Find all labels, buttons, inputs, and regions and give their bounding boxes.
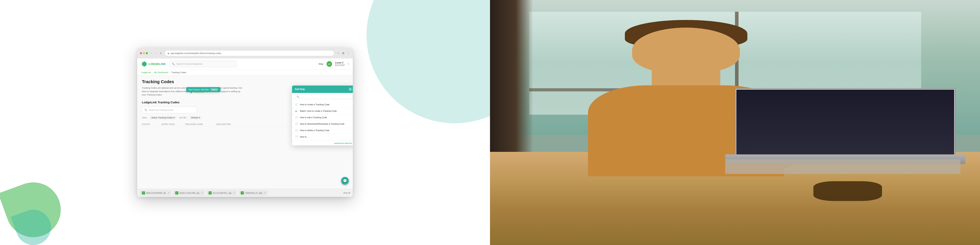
- self-help-brand: Intercom: [345, 142, 352, 144]
- maximize-dot[interactable]: [146, 52, 148, 54]
- extension-icon[interactable]: ⊞: [341, 51, 345, 55]
- download-item[interactable]: J stream-1-ruare-millo...jpg ✕: [173, 190, 205, 196]
- download-item[interactable]: J AdobeStock_22...jpeg ✕: [239, 190, 268, 196]
- download-close-icon[interactable]: ✕: [233, 192, 235, 194]
- breadcrumb-sep1: ›: [152, 71, 153, 74]
- sort-chevron-icon: ▾: [199, 117, 200, 119]
- self-help-powered-by: powered by: [334, 142, 344, 144]
- photo-scene: [490, 0, 980, 245]
- download-filename: photo-1k-SK1W6W6...gh: [146, 192, 166, 194]
- keyboard: [725, 159, 960, 174]
- reload-button[interactable]: ↻: [159, 51, 163, 55]
- self-help-item[interactable]: 📄 How to Deactivate/Reactivate a Trackin…: [292, 121, 353, 127]
- self-help-close-button[interactable]: ✕: [348, 87, 352, 91]
- article-icon: 📄: [295, 135, 298, 138]
- user-chevron-icon[interactable]: ▾: [348, 63, 349, 65]
- download-close-icon[interactable]: ✕: [264, 192, 266, 194]
- download-filename: stream-1-ruare-millo...jpg: [180, 192, 199, 194]
- file-icon: J: [142, 191, 145, 194]
- self-help-item-label: How to create a Tracking Code: [300, 103, 329, 106]
- download-filename: AdobeStock_22...jpeg: [245, 192, 262, 194]
- browser-window: ← → ↻ 🔒 app.lodgelink.com/en/lodylink-42…: [137, 48, 353, 197]
- bg-circle-teal: [366, 0, 490, 123]
- back-button[interactable]: ←: [150, 51, 153, 55]
- view-chevron-icon: ▾: [173, 117, 175, 119]
- file-icon: J: [208, 191, 212, 194]
- article-icon: 📄: [295, 116, 298, 119]
- sort-label: Sort By:: [179, 117, 187, 119]
- self-help-item-label: How to edit a Tracking Code: [300, 116, 327, 119]
- header-right: Map LC Lucas C ACCOUNT ▾: [319, 61, 349, 67]
- self-help-panel: Self Help ✕ 🔍 📄 How to create a Tracking…: [292, 85, 353, 145]
- chat-bubble-button[interactable]: 💬: [341, 177, 349, 185]
- laptop-screen-display: [737, 90, 954, 156]
- download-close-icon[interactable]: ✕: [168, 192, 169, 194]
- sort-selector[interactable]: Default ▾: [189, 116, 202, 119]
- breadcrumb-sep2: ›: [169, 71, 170, 74]
- person-head: [632, 28, 740, 73]
- download-item[interactable]: J con-1re-4u8r-thYy,...jpg ✕: [207, 190, 237, 196]
- self-help-item[interactable]: ▶ Watch: How to create a Tracking Code: [292, 108, 353, 114]
- browser-chrome: ← → ↻ 🔒 app.lodgelink.com/en/lodylink-42…: [137, 48, 353, 58]
- self-help-item[interactable]: 📄 How to create a Tracking Code: [292, 101, 353, 108]
- col-status: Status: [142, 123, 158, 125]
- breadcrumb-dashboard[interactable]: My Dashboard: [154, 71, 168, 74]
- self-help-search-icon: 🔍: [296, 95, 299, 98]
- browser-dots: [140, 52, 148, 54]
- self-help-search-area[interactable]: 🔍: [294, 95, 352, 99]
- app-content: LODGELINK 🔍 Search Accommodations Map LC…: [137, 58, 353, 197]
- self-help-item[interactable]: 📄 How to delete a Tracking Code: [292, 127, 353, 134]
- page-title: Tracking Codes: [142, 79, 348, 84]
- tracking-search-bar[interactable]: 🔍 Search by Tracking Code...: [142, 107, 197, 113]
- map-link[interactable]: Map: [319, 63, 323, 65]
- star-icon[interactable]: ☆: [336, 51, 340, 55]
- right-panel: [490, 0, 980, 245]
- col-entry-date: Entry Date: [162, 123, 181, 125]
- file-icon: J: [175, 191, 178, 194]
- file-icon: J: [241, 191, 244, 194]
- download-filename: con-1re-4u8r-thYy,...jpg: [213, 192, 231, 194]
- article-icon: 📄: [295, 129, 298, 132]
- url-text: app.lodgelink.com/en/lodylink-42tcool-tr…: [171, 52, 221, 54]
- self-help-item-label: How to ...: [300, 136, 309, 138]
- user-avatar[interactable]: LC: [326, 61, 332, 67]
- self-help-footer: powered by Intercom: [292, 141, 353, 145]
- self-help-item[interactable]: 📄 How to ...: [292, 134, 353, 140]
- sort-value: Default: [191, 117, 198, 119]
- bracelet: [813, 181, 882, 201]
- forward-button[interactable]: →: [154, 51, 158, 55]
- search-bar[interactable]: 🔍 Search Accommodations: [170, 61, 236, 67]
- lodgelink-logo-icon: [141, 61, 147, 67]
- new-feature-label: New Feature: Self Help: [189, 89, 209, 91]
- user-name: Lucas C: [335, 61, 345, 64]
- self-help-item-label: How to Deactivate/Reactivate a Tracking …: [300, 123, 344, 125]
- url-bar[interactable]: 🔒 app.lodgelink.com/en/lodylink-42tcool-…: [165, 50, 334, 56]
- self-help-title: Self Help: [295, 88, 305, 91]
- chat-icon: 💬: [343, 179, 347, 183]
- main-content: New Feature: Self Help Got it Self Help …: [137, 75, 353, 189]
- search-icon: 🔍: [172, 63, 175, 65]
- minimize-dot[interactable]: [143, 52, 145, 54]
- self-help-item-label: Watch: How to create a Tracking Code: [300, 110, 337, 112]
- search-placeholder: Search Accommodations: [177, 63, 202, 65]
- laptop-screen: [735, 88, 956, 157]
- logo-area: LODGELINK: [141, 61, 166, 67]
- new-feature-tooltip: New Feature: Self Help Got it: [186, 87, 221, 92]
- download-close-icon[interactable]: ✕: [201, 192, 203, 194]
- view-selector[interactable]: Active Tracking Codes ▾: [150, 116, 177, 119]
- self-help-item[interactable]: 📄 How to edit a Tracking Code: [292, 114, 353, 121]
- breadcrumb-home[interactable]: LodgeLink: [141, 71, 151, 74]
- article-icon: 📄: [295, 103, 298, 106]
- breadcrumb: LodgeLink › My Dashboard › Tracking Code…: [137, 70, 353, 75]
- menu-icon[interactable]: ⋮: [347, 51, 350, 55]
- self-help-list: 📄 How to create a Tracking Code ▶ Watch:…: [292, 101, 353, 141]
- download-item[interactable]: J photo-1k-SK1W6W6...gh ✕: [140, 190, 171, 196]
- got-it-button[interactable]: Got it: [210, 88, 218, 91]
- view-value: Active Tracking Codes: [151, 117, 173, 119]
- user-info: Lucas C ACCOUNT: [335, 61, 345, 66]
- account-label: ACCOUNT: [335, 64, 345, 66]
- browser-nav: ← → ↻: [150, 51, 163, 55]
- close-dot[interactable]: [140, 52, 142, 54]
- tracking-search-placeholder: Search by Tracking Code...: [149, 109, 175, 111]
- show-all-downloads[interactable]: Show all: [344, 192, 350, 194]
